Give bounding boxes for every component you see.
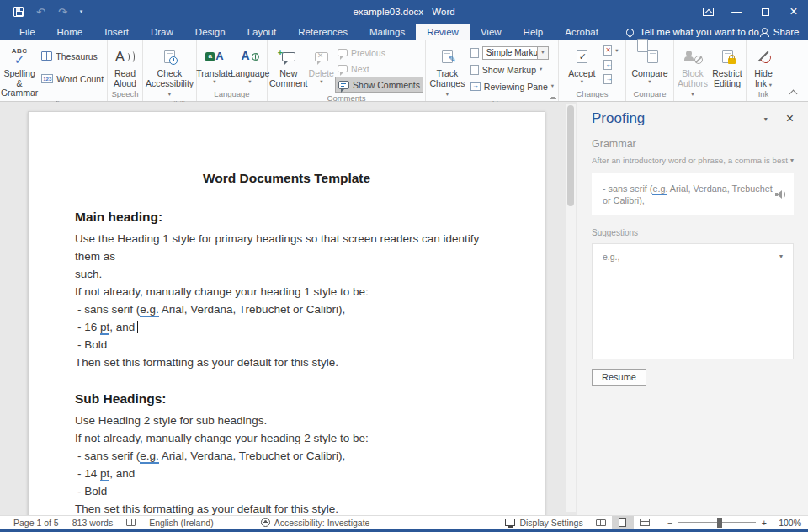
collapse-ribbon-button[interactable] bbox=[789, 89, 796, 96]
reviewing-pane-button[interactable]: Reviewing Pane ▾ bbox=[468, 78, 556, 94]
undo-icon[interactable]: ↶ bbox=[36, 7, 45, 18]
issue-collapse-caret-icon[interactable]: ▾ bbox=[790, 157, 794, 164]
tab-layout[interactable]: Layout bbox=[237, 24, 288, 40]
grammar-sentence-card[interactable]: - sans serif (e.g. Arial, Verdana, Trebu… bbox=[592, 173, 794, 215]
accessibility-status[interactable]: Accessibility: Investigate bbox=[254, 518, 377, 528]
suggestion-caret-icon[interactable]: ▾ bbox=[779, 253, 783, 260]
thesaurus-button[interactable]: Thesaurus bbox=[39, 48, 106, 64]
dropdown-caret-icon: ▾ bbox=[446, 91, 449, 97]
pane-issue-row[interactable]: After an introductory word or phrase, a … bbox=[592, 156, 794, 165]
tab-home[interactable]: Home bbox=[46, 24, 94, 40]
language-indicator[interactable]: English (Ireland) bbox=[142, 518, 220, 528]
save-icon[interactable] bbox=[13, 7, 24, 17]
dropdown-caret-icon: ▾ bbox=[320, 79, 322, 85]
pane-title: Proofing bbox=[592, 110, 764, 127]
check-accessibility-icon bbox=[164, 45, 175, 67]
group-label-compare: Compare bbox=[628, 88, 672, 101]
vertical-scrollbar[interactable] bbox=[566, 104, 576, 512]
block-authors-button[interactable]: Block Authors ▾ bbox=[676, 43, 710, 98]
track-changes-icon: ✎ bbox=[442, 45, 453, 67]
share-button[interactable]: Share bbox=[759, 24, 808, 40]
tab-acrobat[interactable]: Acrobat bbox=[554, 24, 609, 40]
spelling-grammar-button[interactable]: ABC ✓ Spelling & Grammar bbox=[1, 43, 38, 98]
doc-list-line: - sans serif (e.g. Arial, Verdana, Trebu… bbox=[75, 447, 498, 465]
show-markup-button[interactable]: Show Markup ▾ bbox=[468, 61, 556, 77]
read-sentence-speaker-icon[interactable] bbox=[775, 190, 787, 199]
tab-insert[interactable]: Insert bbox=[93, 24, 140, 40]
print-layout-button[interactable] bbox=[612, 516, 634, 529]
tab-design[interactable]: Design bbox=[184, 24, 237, 40]
hide-ink-button[interactable]: Hide Ink ▾ bbox=[754, 43, 773, 88]
lock-icon bbox=[728, 58, 736, 64]
document-page[interactable]: Word Documents Template Main heading: Us… bbox=[28, 111, 545, 515]
language-button[interactable]: A Language ▾ bbox=[233, 43, 267, 88]
show-comments-button[interactable]: Show Comments bbox=[335, 77, 423, 93]
tab-help[interactable]: Help bbox=[513, 24, 555, 40]
qat-customize-caret-icon[interactable]: ▾ bbox=[80, 8, 83, 15]
reject-button[interactable]: ▾ bbox=[601, 45, 620, 56]
zoom-out-button[interactable]: − bbox=[667, 518, 672, 528]
group-speech: A Read Aloud Speech bbox=[108, 40, 143, 101]
tab-file[interactable]: File bbox=[8, 24, 46, 40]
restrict-editing-button[interactable]: Restrict Editing bbox=[710, 43, 744, 98]
maximize-icon bbox=[762, 8, 769, 16]
suggestions-list: e.g., ▾ bbox=[592, 243, 794, 359]
doc-list-line: - 16 pt, and bbox=[75, 318, 498, 336]
tab-review[interactable]: Review bbox=[416, 24, 470, 40]
word-count-indicator[interactable]: 813 words bbox=[66, 518, 120, 528]
doc-list-line: - Bold bbox=[75, 336, 498, 354]
tab-mailings[interactable]: Mailings bbox=[359, 24, 416, 40]
track-changes-button[interactable]: ✎ Track Changes ▾ bbox=[428, 43, 467, 98]
compare-icon bbox=[645, 45, 656, 67]
tab-view[interactable]: View bbox=[470, 24, 513, 40]
zoom-slider[interactable] bbox=[678, 522, 756, 524]
web-layout-button[interactable] bbox=[634, 516, 656, 529]
document-area[interactable]: Word Documents Template Main heading: Us… bbox=[0, 102, 577, 515]
pane-menu-caret-icon[interactable]: ▾ bbox=[764, 115, 768, 123]
group-language: a A Translate ▾ A Language ▾ Language bbox=[197, 40, 268, 101]
next-comment-button[interactable]: Next bbox=[335, 61, 423, 77]
suggestions-label: Suggestions bbox=[592, 228, 794, 237]
tracking-dialog-launcher[interactable] bbox=[550, 93, 556, 99]
translate-icon: a A bbox=[205, 45, 223, 67]
dropdown-caret-icon: ▾ bbox=[551, 83, 554, 89]
display-settings-button[interactable]: Display Settings bbox=[498, 518, 589, 528]
tab-draw[interactable]: Draw bbox=[140, 24, 184, 40]
compare-button[interactable]: Compare ▾ bbox=[631, 43, 667, 88]
translate-button[interactable]: a A Translate ▾ bbox=[197, 43, 232, 88]
dropdown-caret-icon: ▾ bbox=[168, 91, 171, 97]
show-comments-icon bbox=[338, 81, 349, 89]
zoom-percentage[interactable]: 100% bbox=[773, 518, 801, 528]
previous-comment-icon bbox=[338, 49, 348, 56]
word-count-button[interactable]: 123 Word Count bbox=[39, 71, 106, 87]
scrollbar-thumb[interactable] bbox=[567, 105, 574, 206]
maximize-button[interactable] bbox=[751, 0, 779, 24]
redo-icon[interactable]: ↷ bbox=[58, 7, 67, 18]
tab-references[interactable]: References bbox=[287, 24, 359, 40]
resume-button[interactable]: Resume bbox=[592, 369, 646, 386]
close-button[interactable]: × bbox=[779, 0, 808, 24]
new-comment-button[interactable]: + New Comment bbox=[269, 43, 308, 93]
delete-comment-button[interactable]: ✕ Delete ▾ bbox=[309, 43, 335, 93]
check-accessibility-button[interactable]: Check Accessibility ▾ bbox=[145, 43, 194, 98]
suggestion-item[interactable]: e.g., ▾ bbox=[593, 244, 793, 269]
pane-close-icon[interactable]: × bbox=[786, 112, 794, 125]
accept-button[interactable]: ✓ Accept ▾ bbox=[563, 43, 600, 88]
read-aloud-icon: A bbox=[115, 45, 135, 67]
tell-me-box[interactable]: Tell me what you want to do bbox=[626, 24, 759, 40]
markup-dropdown-button[interactable]: ▾ bbox=[538, 46, 549, 60]
proofing-status[interactable] bbox=[120, 519, 142, 526]
page-indicator[interactable]: Page 1 of 5 bbox=[7, 518, 66, 528]
markup-view-row: Simple Markup ▾ bbox=[468, 45, 556, 61]
read-aloud-button[interactable]: A Read Aloud bbox=[114, 43, 136, 88]
previous-comment-button[interactable]: Previous bbox=[335, 45, 423, 61]
next-change-button[interactable] bbox=[601, 73, 620, 85]
zoom-slider-thumb[interactable] bbox=[717, 518, 722, 528]
zoom-in-button[interactable]: + bbox=[762, 518, 767, 528]
markup-combobox[interactable]: Simple Markup ▾ bbox=[482, 46, 549, 60]
read-mode-button[interactable] bbox=[590, 516, 612, 529]
minimize-button[interactable]: — bbox=[722, 0, 751, 24]
previous-change-button[interactable] bbox=[601, 59, 620, 71]
ribbon-display-options-button[interactable] bbox=[694, 0, 722, 24]
proofing-pane: Proofing ▾ × Grammar After an introducto… bbox=[577, 102, 808, 515]
